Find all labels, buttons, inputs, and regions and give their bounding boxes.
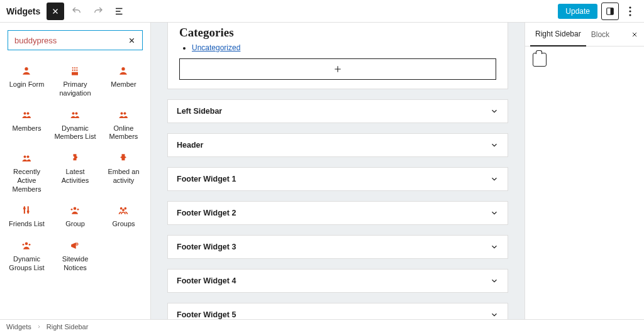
block-option-primary-navigation[interactable]: Primary navigation	[51, 59, 99, 103]
widget-area-label: Footer Widget 2	[177, 209, 236, 217]
undo-button[interactable]	[68, 3, 86, 20]
block-option-label: Dynamic Groups List	[4, 255, 50, 273]
svg-point-2	[629, 6, 631, 8]
block-option-label: Member	[111, 80, 136, 89]
user-icon	[19, 64, 33, 78]
document-overview-button[interactable]	[111, 3, 128, 20]
categories-heading: Categories	[179, 26, 496, 40]
block-option-dynamic-groups-list[interactable]: Dynamic Groups List	[3, 234, 51, 278]
block-option-label: Primary navigation	[52, 80, 98, 98]
block-option-recently-active-members[interactable]: Recently Active Members	[3, 146, 51, 199]
widget-area-footer-widget-3[interactable]: Footer Widget 3	[167, 235, 508, 259]
block-option-label: Embed an activity	[101, 168, 147, 185]
breadcrumb-root[interactable]: Widgets	[6, 323, 31, 330]
block-option-label: Groups	[112, 220, 135, 229]
chevron-down-icon	[490, 175, 499, 183]
block-option-members[interactable]: Members	[3, 103, 51, 147]
block-option-group[interactable]: Group	[51, 199, 99, 234]
chevron-down-icon	[490, 107, 499, 116]
widget-area-label: Footer Widget 1	[177, 175, 236, 183]
block-option-label: Login Form	[9, 80, 45, 89]
block-option-sitewide-notices[interactable]: Sitewide Notices	[51, 234, 99, 278]
block-option-online-members[interactable]: Online Members	[99, 103, 148, 147]
block-search-input[interactable]	[13, 35, 126, 46]
widget-area-label: Header	[177, 141, 203, 150]
chevron-down-icon	[490, 209, 499, 217]
category-link-uncategorized[interactable]: Uncategorized	[192, 43, 240, 52]
breadcrumb-current: Right Sidebar	[47, 323, 89, 330]
tab-widget-area[interactable]: Right Sidebar	[530, 23, 586, 46]
clear-search-button[interactable]	[126, 35, 137, 46]
sliders-icon	[19, 204, 33, 217]
puzzle-icon	[68, 151, 82, 165]
close-inserter-button[interactable]	[47, 3, 64, 20]
widget-area-footer-widget-4[interactable]: Footer Widget 4	[167, 269, 508, 293]
megaphone-icon	[68, 239, 82, 253]
groups-icon	[116, 204, 130, 217]
user-icon	[116, 64, 130, 78]
widget-area-icon	[533, 53, 547, 67]
block-search	[8, 30, 143, 50]
block-option-embed-an-activity[interactable]: Embed an activity	[99, 146, 148, 199]
widget-area-label: Footer Widget 3	[177, 243, 236, 251]
widget-area-footer-widget-5[interactable]: Footer Widget 5	[167, 303, 508, 319]
block-option-label: Friends List	[9, 220, 45, 229]
users-icon	[19, 151, 33, 165]
chevron-down-icon	[490, 243, 499, 251]
block-option-label: Group	[65, 220, 85, 229]
widget-area-label: Footer Widget 5	[177, 310, 236, 319]
widget-area-label: Left Sidebar	[177, 107, 222, 116]
svg-rect-1	[611, 8, 614, 14]
page-title: Widgets	[6, 6, 40, 16]
chevron-right-icon	[36, 324, 42, 329]
settings-panel: Right Sidebar Block	[525, 23, 644, 319]
block-option-latest-activities[interactable]: Latest Activities	[51, 146, 99, 199]
widget-area-label: Footer Widget 4	[177, 276, 236, 285]
block-option-groups[interactable]: Groups	[99, 199, 148, 234]
group-icon	[19, 239, 33, 253]
widget-area-header[interactable]: Header	[167, 133, 508, 157]
cake-icon	[68, 64, 82, 78]
chevron-down-icon	[490, 141, 499, 150]
block-option-label: Sitewide Notices	[52, 255, 98, 273]
block-option-dynamic-members-list[interactable]: Dynamic Members List	[51, 103, 99, 147]
editor-canvas: Categories Uncategorized Left SidebarHea…	[151, 23, 525, 319]
more-options-button[interactable]	[623, 3, 638, 20]
widget-area-left-sidebar[interactable]: Left Sidebar	[167, 99, 508, 123]
breadcrumb: Widgets Right Sidebar	[0, 319, 644, 333]
tab-block[interactable]: Block	[586, 23, 614, 46]
users-icon	[116, 108, 130, 122]
block-option-label: Online Members	[101, 124, 147, 142]
block-option-member[interactable]: Member	[99, 59, 148, 103]
block-option-friends-list[interactable]: Friends List	[3, 199, 51, 234]
svg-point-4	[629, 14, 631, 16]
block-option-login-form[interactable]: Login Form	[3, 59, 51, 103]
block-inserter-panel: Login FormPrimary navigationMemberMember…	[0, 23, 151, 319]
topbar: Widgets Update	[0, 0, 644, 23]
widget-area-footer-widget-2[interactable]: Footer Widget 2	[167, 201, 508, 225]
settings-panel-toggle[interactable]	[601, 3, 619, 20]
embed-icon	[116, 151, 130, 165]
update-button[interactable]: Update	[558, 4, 597, 19]
close-settings-button[interactable]	[629, 29, 640, 40]
block-option-label: Recently Active Members	[4, 168, 50, 194]
block-option-label: Members	[13, 124, 42, 133]
chevron-down-icon	[490, 310, 499, 319]
widget-area-footer-widget-1[interactable]: Footer Widget 1	[167, 167, 508, 191]
svg-point-3	[629, 10, 631, 12]
users-icon	[68, 108, 82, 122]
group-icon	[68, 204, 82, 217]
redo-button[interactable]	[89, 3, 107, 20]
users-icon	[19, 108, 33, 122]
block-option-label: Latest Activities	[52, 168, 98, 185]
widget-area-right-sidebar-open: Categories Uncategorized	[167, 23, 508, 89]
add-block-button[interactable]	[179, 58, 496, 80]
block-option-label: Dynamic Members List	[52, 124, 98, 142]
chevron-down-icon	[490, 276, 499, 285]
